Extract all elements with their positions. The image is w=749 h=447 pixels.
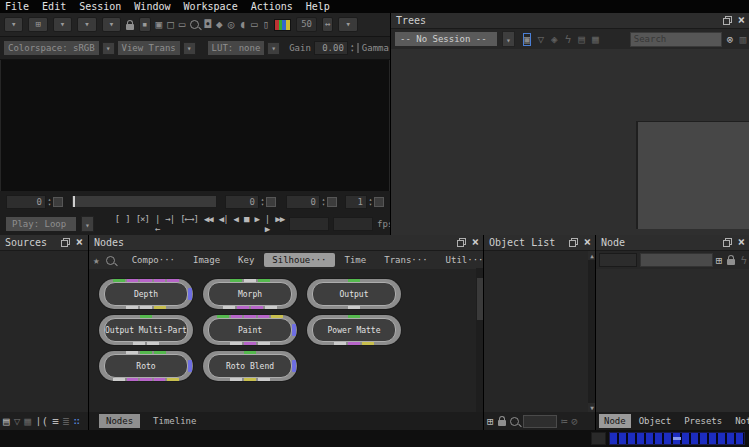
float-panel-icon[interactable] [457, 238, 466, 247]
add-parameter-icon[interactable]: ⊞ [716, 255, 723, 266]
menu-session[interactable]: Session [79, 1, 121, 12]
reset-range-button[interactable]: [×] [136, 214, 149, 234]
tab-notes[interactable]: Notes [730, 414, 749, 428]
colorbars-icon[interactable] [274, 19, 291, 31]
view-transform-combo[interactable]: View Trans [118, 41, 180, 55]
step-back-button[interactable]: ◀| [219, 214, 228, 234]
tree-window-icon[interactable]: ▣ [524, 34, 531, 45]
close-panel-icon[interactable] [472, 238, 479, 247]
node-button-output-multi-part[interactable]: Output Multi-Part [99, 315, 193, 345]
search-nodes-icon[interactable] [106, 256, 115, 265]
play-range-button[interactable]: [←→] [180, 214, 198, 234]
colorspace-combo[interactable]: Colorspace: sRGB [4, 41, 99, 55]
float-panel-icon[interactable] [723, 238, 732, 247]
add-object-icon[interactable]: ⊞ [487, 416, 494, 427]
current-frame-menu-button[interactable] [53, 197, 63, 207]
play-button[interactable]: ▶ [254, 214, 258, 234]
range-start-menu-button[interactable] [266, 197, 276, 207]
tab-timeline-view[interactable]: Timeline [146, 414, 203, 428]
float-panel-icon[interactable] [723, 16, 732, 25]
stop-button[interactable]: ■ [244, 214, 248, 234]
favorite-star-icon[interactable]: ★ [93, 255, 100, 266]
node-button-output[interactable]: Output [307, 279, 401, 309]
filter-trees-icon[interactable]: ▽ [537, 34, 544, 45]
thumbnail-view-icon[interactable]: ∷ [73, 416, 80, 427]
range-end-menu-button[interactable] [327, 197, 337, 207]
lock-object-icon[interactable] [498, 420, 506, 426]
step-field[interactable]: 1 [345, 195, 367, 209]
lock-node-icon[interactable] [727, 259, 735, 265]
close-panel-icon[interactable] [738, 238, 745, 247]
session-arrow-icon[interactable] [502, 31, 515, 47]
range-end-field[interactable]: 0 [286, 195, 320, 209]
goto-in-button[interactable]: |← [155, 214, 159, 234]
menu-workspace[interactable]: Workspace [183, 1, 237, 12]
disable-object-icon[interactable]: ⊘ [571, 416, 578, 427]
lut-combo[interactable]: LUT: none [208, 41, 265, 55]
close-panel-icon[interactable] [738, 16, 745, 25]
mark-out-button[interactable]: ] [125, 214, 129, 234]
tab-node-props[interactable]: Node [599, 414, 631, 428]
menu-window[interactable]: Window [134, 1, 170, 12]
delete-tree-icon[interactable]: ▥ [739, 34, 746, 45]
process-node-icon[interactable]: ϟ [740, 255, 747, 266]
scrubber-cursor[interactable] [73, 196, 75, 207]
image-select-combo[interactable]: ▾ [53, 17, 72, 32]
search-input[interactable] [630, 32, 722, 47]
save-tree-icon[interactable]: ▦ [592, 34, 599, 45]
magnify-icon[interactable] [190, 20, 199, 29]
node-button-roto-blend[interactable]: Roto Blend [203, 351, 297, 381]
node-button-paint[interactable]: Paint [203, 315, 297, 345]
play-mode-arrow-icon[interactable] [81, 216, 94, 232]
node-button-depth[interactable]: Depth [99, 279, 193, 309]
letterbox-icon[interactable]: ▭ [251, 19, 258, 30]
notes-page-icon[interactable]: ▯ [263, 19, 270, 30]
tab-key[interactable]: Key [230, 253, 262, 267]
current-frame-field[interactable]: 0 [6, 195, 46, 209]
broadcast-monitor-icon[interactable]: □ [167, 19, 174, 30]
search-objects-icon[interactable] [510, 417, 519, 426]
tab-composite[interactable]: Compo··· [124, 253, 183, 267]
play-reverse-button[interactable]: ◀ [234, 214, 238, 234]
transform-gizmo-icon[interactable]: ◆ [216, 19, 223, 30]
colorspace-arrow-icon[interactable] [102, 42, 115, 55]
split-view-button[interactable]: ⊞ [28, 17, 47, 32]
link-views-button[interactable]: ▪ [139, 17, 150, 32]
tab-time[interactable]: Time [337, 253, 375, 267]
tab-presets[interactable]: Presets [679, 414, 727, 428]
goto-out-button[interactable]: →| [165, 214, 174, 234]
cache-menu-button[interactable] [591, 432, 606, 445]
viewer-canvas[interactable] [0, 60, 390, 191]
fast-rewind-button[interactable]: ◀◀ [204, 214, 213, 234]
tab-nodes-view[interactable]: Nodes [99, 414, 140, 428]
range-start-spinner[interactable] [261, 197, 264, 207]
current-frame-spinner[interactable] [48, 197, 51, 207]
object-filter-field[interactable] [523, 415, 557, 428]
step-forward-button[interactable]: |▶ [265, 214, 269, 234]
viewer-options-combo[interactable]: ▾ [338, 17, 357, 32]
lock-viewer-icon[interactable] [126, 24, 134, 30]
node-name-field[interactable] [599, 253, 637, 267]
frame-scrubber[interactable] [71, 195, 217, 208]
range-end-spinner[interactable] [322, 197, 325, 207]
lut-arrow-icon[interactable] [267, 42, 280, 55]
fast-forward-button[interactable]: ▶▶ [275, 214, 284, 234]
rotate-view-icon[interactable]: ◎ [228, 19, 235, 30]
node-button-roto[interactable]: Roto [99, 351, 193, 381]
pan-hand-icon[interactable]: ◖ [239, 19, 246, 30]
tab-transform[interactable]: Trans··· [376, 253, 435, 267]
gain-field[interactable]: 0.00 [314, 41, 348, 55]
gain-spinner[interactable] [351, 43, 354, 53]
viewer-layout-combo[interactable]: ▾ [4, 17, 23, 32]
close-panel-icon[interactable] [76, 238, 83, 247]
tab-image[interactable]: Image [185, 253, 228, 267]
clear-search-icon[interactable]: ⊗ [727, 34, 734, 45]
float-panel-icon[interactable] [61, 238, 70, 247]
proxy-icon[interactable]: ▦ [24, 416, 31, 427]
session-combo[interactable]: -- No Session -- [395, 32, 497, 46]
range-start-field[interactable]: 0 [225, 195, 259, 209]
node-button-power-matte[interactable]: Power Matte [307, 315, 401, 345]
render-tree-icon[interactable]: ϟ [565, 34, 572, 45]
fps-target-field[interactable] [333, 217, 373, 231]
output-node-icon[interactable]: ◈ [551, 34, 558, 45]
